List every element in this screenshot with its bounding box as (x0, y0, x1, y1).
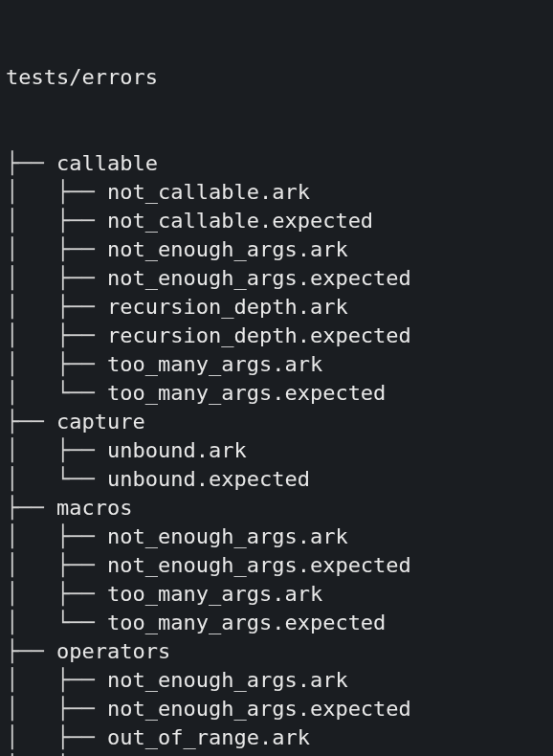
tree-item-label: recursion_depth.expected (107, 322, 411, 350)
tree-branch: │ ├── (6, 551, 107, 580)
tree-branch: │ ├── (6, 264, 107, 293)
tree-branch: │ ├── (6, 350, 107, 379)
tree-root: tests/errors (6, 63, 547, 92)
tree-line: │ ├── not_enough_args.expected (6, 551, 547, 580)
tree-container: ├── callable│ ├── not_callable.ark│ ├── … (6, 149, 547, 756)
tree-item-label: not_enough_args.ark (107, 523, 348, 551)
tree-item-label: too_many_args.ark (107, 580, 322, 609)
tree-branch: ├── (6, 494, 56, 523)
tree-line: │ ├── not_enough_args.ark (6, 523, 547, 551)
tree-branch: │ └── (6, 379, 107, 408)
tree-item-label: not_enough_args.expected (107, 264, 411, 293)
tree-line: ├── capture (6, 408, 547, 436)
tree-line: │ ├── not_enough_args.ark (6, 666, 547, 695)
tree-item-label: unbound.ark (107, 436, 247, 465)
tree-branch: ├── (6, 637, 56, 666)
tree-line: │ ├── out_of_range.ark (6, 723, 547, 752)
tree-item-label: too_many_args.expected (107, 609, 386, 637)
tree-branch: │ ├── (6, 235, 107, 264)
tree-line: ├── operators (6, 637, 547, 666)
tree-branch: │ ├── (6, 322, 107, 350)
tree-item-label: not_callable.expected (107, 207, 373, 235)
tree-item-label: not_callable.ark (107, 178, 310, 207)
tree-line: │ ├── not_enough_args.ark (6, 235, 547, 264)
tree-branch: │ └── (6, 609, 107, 637)
tree-line: │ ├── too_many_args.ark (6, 350, 547, 379)
tree-branch: │ ├── (6, 436, 107, 465)
tree-line: │ ├── not_callable.expected (6, 207, 547, 235)
tree-item-label: not_enough_args.expected (107, 695, 411, 723)
tree-line: │ ├── not_callable.ark (6, 178, 547, 207)
tree-branch: │ ├── (6, 580, 107, 609)
tree-item-label: unbound.expected (107, 465, 310, 494)
tree-branch: │ ├── (6, 666, 107, 695)
terminal-output: tests/errors ├── callable│ ├── not_calla… (0, 0, 553, 756)
tree-line: │ └── unbound.expected (6, 465, 547, 494)
tree-line: │ └── out_of_range.expected (6, 752, 547, 756)
tree-branch: │ ├── (6, 178, 107, 207)
tree-item-label: out_of_range.expected (107, 752, 373, 756)
tree-item-label: out_of_range.ark (107, 723, 310, 752)
tree-item-label: macros (56, 494, 132, 523)
tree-line: ├── macros (6, 494, 547, 523)
tree-line: │ ├── too_many_args.ark (6, 580, 547, 609)
tree-line: │ ├── not_enough_args.expected (6, 695, 547, 723)
tree-branch: │ ├── (6, 723, 107, 752)
tree-branch: │ └── (6, 752, 107, 756)
tree-line: │ └── too_many_args.expected (6, 379, 547, 408)
tree-line: │ ├── recursion_depth.expected (6, 322, 547, 350)
tree-branch: │ ├── (6, 207, 107, 235)
tree-line: ├── callable (6, 149, 547, 178)
tree-item-label: not_enough_args.ark (107, 666, 348, 695)
tree-branch: │ ├── (6, 523, 107, 551)
tree-item-label: not_enough_args.expected (107, 551, 411, 580)
tree-line: │ └── too_many_args.expected (6, 609, 547, 637)
tree-line: │ ├── unbound.ark (6, 436, 547, 465)
tree-branch: ├── (6, 408, 56, 436)
tree-item-label: callable (56, 149, 158, 178)
tree-item-label: capture (56, 408, 145, 436)
tree-item-label: not_enough_args.ark (107, 235, 348, 264)
tree-item-label: operators (56, 637, 170, 666)
tree-item-label: too_many_args.expected (107, 379, 386, 408)
tree-item-label: too_many_args.ark (107, 350, 322, 379)
tree-branch: ├── (6, 149, 56, 178)
tree-branch: │ ├── (6, 293, 107, 322)
tree-line: │ ├── recursion_depth.ark (6, 293, 547, 322)
tree-item-label: recursion_depth.ark (107, 293, 348, 322)
tree-line: │ ├── not_enough_args.expected (6, 264, 547, 293)
tree-branch: │ ├── (6, 695, 107, 723)
tree-branch: │ └── (6, 465, 107, 494)
